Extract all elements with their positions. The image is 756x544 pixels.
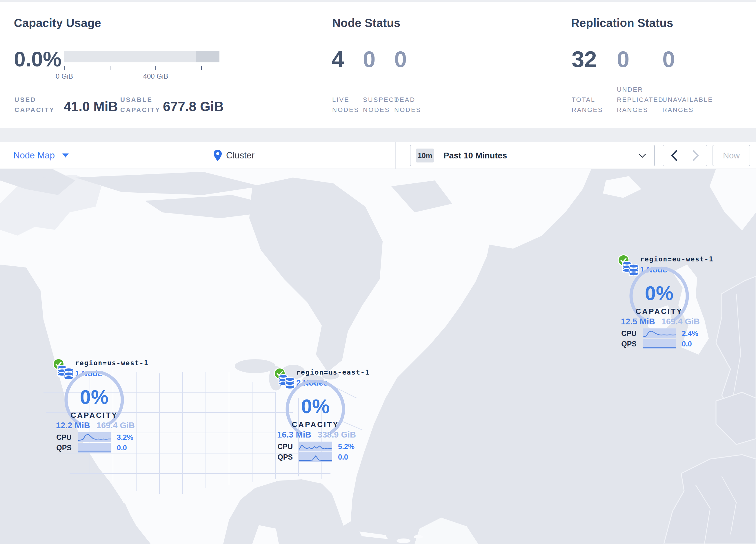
qps-value: 0.0 xyxy=(338,453,348,461)
region-marker-us-west-1[interactable]: region=us-west-1 1 Node 0% CAPACITY 12.2… xyxy=(51,356,138,454)
view-selector-label: Node Map xyxy=(13,150,55,161)
total-ranges-label: TOTALRANGES xyxy=(572,95,603,115)
qps-label: QPS xyxy=(272,453,293,461)
unavailable-label: UNAVAILABLERANGES xyxy=(662,95,713,115)
cpu-value: 3.2% xyxy=(117,433,133,442)
suspect-nodes-count: 0 xyxy=(363,49,375,69)
cpu-sparkline xyxy=(78,432,111,442)
qps-sparkline xyxy=(78,443,111,453)
breadcrumb[interactable]: Cluster xyxy=(213,142,255,169)
time-range-dropdown[interactable]: 10m Past 10 Minutes xyxy=(410,145,655,166)
cpu-label: CPU xyxy=(272,443,293,451)
qps-sparkline xyxy=(643,339,676,349)
used-capacity-value: 41.0 MiB xyxy=(64,99,118,114)
region-label: region=eu-west-1 xyxy=(640,255,714,263)
total-ranges-count: 32 xyxy=(572,49,597,69)
view-selector-dropdown[interactable]: Node Map xyxy=(13,142,69,169)
next-range-button[interactable] xyxy=(685,145,707,166)
cpu-label: CPU xyxy=(616,329,637,338)
toolbar-divider xyxy=(395,142,396,169)
region-used-capacity: 16.3 MiB xyxy=(277,430,311,440)
region-capacity-word: CAPACITY xyxy=(272,420,359,429)
usable-capacity-label: USABLECAPACITY xyxy=(120,95,161,115)
live-nodes-label: LIVENODES xyxy=(332,95,359,115)
map-pin-icon xyxy=(213,149,222,162)
region-used-capacity: 12.5 MiB xyxy=(621,317,655,327)
qps-sparkline xyxy=(299,452,332,462)
chevron-down-icon xyxy=(639,153,646,158)
cpu-sparkline xyxy=(643,329,676,338)
gauge-tick xyxy=(155,66,156,70)
region-marker-us-east-1[interactable]: region=us-east-1 2 Nodes 0% CAPACITY 16.… xyxy=(272,366,359,463)
prev-range-button[interactable] xyxy=(663,145,685,166)
qps-value: 0.0 xyxy=(682,340,692,348)
node-status-title: Node Status xyxy=(332,17,401,30)
region-capacity-percent: 0% xyxy=(616,283,703,304)
gauge-tick xyxy=(201,66,202,70)
cpu-value: 5.2% xyxy=(338,443,355,451)
now-button[interactable]: Now xyxy=(713,145,750,166)
cpu-label: CPU xyxy=(51,433,72,442)
gauge-tick-label: 0 GiB xyxy=(56,72,73,80)
qps-value: 0.0 xyxy=(117,444,127,452)
region-label: region=us-west-1 xyxy=(75,359,149,367)
capacity-usage-title: Capacity Usage xyxy=(14,17,101,30)
time-range-label: Past 10 Minutes xyxy=(444,151,507,160)
qps-label: QPS xyxy=(616,340,637,348)
region-marker-eu-west-1[interactable]: region=eu-west-1 1 Node 0% CAPACITY 12.5… xyxy=(616,252,703,350)
gauge-tick-label: 400 GiB xyxy=(143,72,168,80)
qps-label: QPS xyxy=(51,444,72,452)
chevron-right-icon xyxy=(693,150,699,161)
map-toolbar: Node Map Cluster 10m Past 10 Minutes Now xyxy=(0,142,756,169)
live-nodes-count: 4 xyxy=(332,49,344,69)
dead-nodes-label: DEADNODES xyxy=(394,95,421,115)
gauge-tick xyxy=(64,66,65,70)
caret-down-icon xyxy=(62,153,69,157)
region-total-capacity: 169.4 GiB xyxy=(661,317,700,327)
region-total-capacity: 338.9 GiB xyxy=(318,430,356,440)
region-capacity-percent: 0% xyxy=(51,387,138,407)
cpu-sparkline xyxy=(299,442,332,452)
cpu-value: 2.4% xyxy=(682,329,698,338)
capacity-gauge-bar xyxy=(64,51,219,62)
cluster-summary-bar: Capacity Usage 0.0% 0 GiB 400 GiB USEDCA… xyxy=(0,2,756,128)
region-used-capacity: 12.2 MiB xyxy=(56,421,90,430)
under-replicated-label: UNDER-REPLICATEDRANGES xyxy=(617,84,664,115)
under-replicated-count: 0 xyxy=(617,49,629,69)
dead-nodes-count: 0 xyxy=(394,49,407,69)
region-total-capacity: 169.4 GiB xyxy=(97,421,135,430)
replication-status-title: Replication Status xyxy=(571,17,673,30)
time-range-arrows xyxy=(663,145,707,166)
region-label: region=us-east-1 xyxy=(296,369,370,376)
region-capacity-percent: 0% xyxy=(272,396,359,417)
gauge-tick xyxy=(110,66,110,70)
suspect-nodes-label: SUSPECTNODES xyxy=(363,95,399,115)
capacity-gauge-segment xyxy=(196,51,219,62)
breadcrumb-label: Cluster xyxy=(226,150,255,161)
used-capacity-label: USEDCAPACITY xyxy=(14,95,55,115)
region-capacity-word: CAPACITY xyxy=(616,307,703,316)
chevron-left-icon xyxy=(671,150,677,161)
time-range-badge: 10m xyxy=(416,148,434,162)
capacity-used-percent: 0.0% xyxy=(14,49,61,69)
region-capacity-word: CAPACITY xyxy=(51,411,138,420)
unavailable-count: 0 xyxy=(662,49,675,69)
usable-capacity-value: 677.8 GiB xyxy=(163,99,224,114)
